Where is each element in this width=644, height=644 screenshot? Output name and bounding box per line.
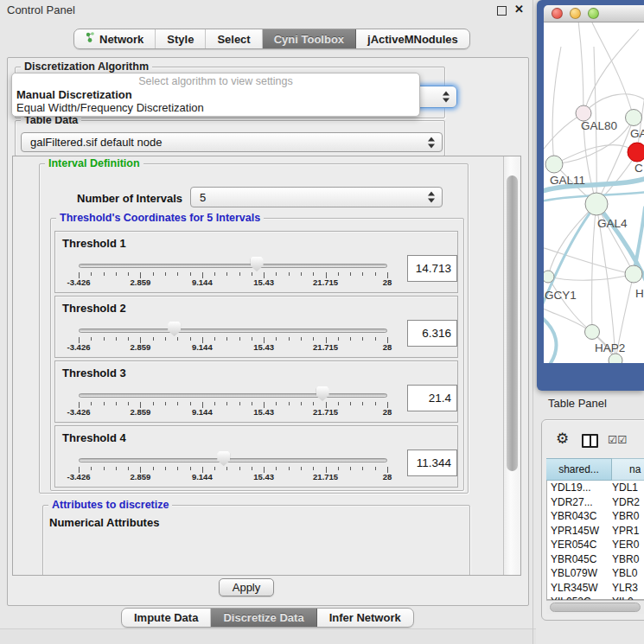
settings-scrollbar[interactable] (503, 156, 520, 575)
discretization-algorithm-group-title: Discretization Algorithm (21, 61, 152, 73)
slider-tick (338, 337, 339, 341)
table-row[interactable]: YBR043CYBR0 (546, 510, 644, 525)
slider-tick (214, 272, 215, 276)
table-row[interactable]: YLR345WYLR3 (546, 582, 644, 596)
split-columns-icon[interactable] (582, 434, 598, 448)
threshold-row-2: Threshold 2-3.4262.8599.14415.4321.71528… (54, 296, 458, 358)
slider-tick (301, 337, 302, 341)
algorithm-dropdown-popup: Select algorithm to view settings Manual… (11, 73, 420, 117)
network-edge[interactable] (548, 277, 592, 332)
node-table-body[interactable]: shared... na YDL19...YDL1YDR27...YDR2YBR… (546, 458, 644, 600)
slider-tick (350, 337, 351, 341)
network-canvas[interactable]: GAL80GACGAL11GAL4GCY1HHAP2 (544, 22, 644, 363)
cell-name: YBR0 (608, 510, 644, 525)
cell-name: YDR2 (608, 496, 644, 511)
network-edge[interactable] (592, 204, 596, 332)
slider-tick-label: -3.426 (67, 407, 91, 417)
column-header-name[interactable]: na (612, 458, 644, 481)
slider-tick (91, 402, 92, 405)
column-header-shared-name[interactable]: shared... (546, 458, 612, 481)
close-icon[interactable]: ✕ (514, 3, 524, 16)
network-node-hap2[interactable] (585, 325, 600, 340)
number-of-intervals-combobox[interactable]: 5 (190, 187, 443, 207)
network-edge[interactable] (548, 274, 634, 280)
table-row[interactable]: YBR045CYBR0 (546, 553, 644, 568)
thresholds-group: Threshold's Coordinates for 5 Intervals … (50, 218, 464, 491)
tab-network[interactable]: Network (74, 29, 156, 48)
apply-button[interactable]: Apply (219, 578, 274, 596)
algorithm-item-manual[interactable]: Manual Discretization (12, 88, 419, 101)
table-row[interactable]: YDR27...YDR2 (546, 496, 644, 511)
cell-shared-name: YLR345W (546, 582, 608, 596)
threshold-value-field[interactable]: 21.4 (407, 385, 457, 411)
table-horizontal-scrollbar[interactable] (546, 600, 644, 614)
checkbox-icons[interactable]: ☑☑ (608, 433, 627, 446)
threshold-value-field[interactable]: 14.713 (407, 255, 457, 282)
float-window-icon[interactable] (497, 6, 507, 16)
network-edge[interactable] (591, 22, 634, 118)
table-horizontal-scrollbar-thumb[interactable] (550, 603, 641, 612)
network-edge[interactable] (544, 113, 583, 152)
slider-tick-label: -3.426 (67, 342, 91, 352)
slider-tick (153, 337, 154, 341)
threshold-slider-thumb[interactable] (217, 451, 230, 466)
table-panel-title: Table Panel (548, 397, 607, 410)
number-of-intervals-value: 5 (200, 191, 206, 204)
slider-tick (338, 272, 339, 276)
threshold-slider-track[interactable] (79, 264, 387, 268)
slider-tick (375, 272, 376, 276)
network-edge[interactable] (552, 47, 561, 164)
slider-tick (350, 272, 351, 276)
minimize-traffic-light-icon[interactable] (570, 8, 581, 19)
slider-tick (190, 467, 191, 470)
network-node-gal11[interactable] (545, 156, 563, 173)
algorithm-placeholder-item[interactable]: Select algorithm to view settings (12, 75, 419, 88)
network-node-gcy1[interactable] (544, 271, 554, 283)
control-panel-title: Control Panel (7, 3, 75, 16)
table-row[interactable]: YER054CYER0 (546, 539, 644, 553)
table-row[interactable]: YDL19...YDL1 (546, 481, 644, 496)
tab-cyni-toolbox[interactable]: Cyni Toolbox (263, 29, 356, 48)
cell-shared-name: YER054C (546, 539, 608, 553)
threshold-slider-thumb[interactable] (168, 322, 181, 336)
network-node-gal4[interactable] (585, 193, 608, 215)
settings-scrollbar-thumb[interactable] (507, 175, 518, 471)
table-row[interactable]: YBL079WYBL0 (546, 567, 644, 582)
algorithm-item-equal-width[interactable]: Equal Width/Frequency Discretization (12, 101, 419, 114)
network-edge[interactable] (554, 145, 637, 164)
threshold-slider-track[interactable] (79, 393, 387, 398)
slider-tick (252, 402, 252, 405)
threshold-value-field[interactable]: 6.316 (407, 320, 457, 347)
slider-tick (153, 402, 154, 405)
tab-infer-network[interactable]: Infer Network (317, 609, 413, 627)
slider-tick (289, 337, 290, 341)
slider-tick (226, 402, 227, 405)
threshold-slider-track[interactable] (79, 458, 387, 462)
tab-jactivemnodules[interactable]: jActiveMNodules (356, 29, 469, 48)
tab-discretize-data[interactable]: Discretize Data (211, 609, 316, 627)
network-view-window[interactable]: GAL80GACGAL11GAL4GCY1HHAP2 (537, 0, 644, 391)
close-traffic-light-icon[interactable] (552, 8, 563, 19)
network-node[interactable] (609, 354, 622, 363)
network-edge[interactable] (583, 29, 639, 113)
threshold-slider-thumb[interactable] (251, 257, 264, 271)
threshold-slider-track[interactable] (79, 328, 387, 333)
tab-style[interactable]: Style (156, 29, 206, 48)
slider-tick (301, 467, 302, 470)
tab-select[interactable]: Select (206, 29, 262, 48)
network-node-h[interactable] (625, 265, 642, 283)
network-node-ga[interactable] (626, 110, 642, 126)
threshold-slider-thumb[interactable] (316, 386, 329, 401)
network-edge[interactable] (578, 22, 583, 113)
zoom-traffic-light-icon[interactable] (588, 8, 599, 19)
slider-tick (350, 467, 351, 470)
gear-icon[interactable]: ⚙ (556, 430, 569, 447)
network-node-c[interactable] (628, 143, 644, 162)
cell-name: YBL0 (608, 567, 644, 582)
cell-name: YDL1 (608, 481, 644, 496)
tab-impute-data[interactable]: Impute Data (122, 609, 211, 627)
threshold-value-field[interactable]: 11.344 (407, 450, 457, 476)
network-edge-thick[interactable] (544, 316, 556, 363)
table-data-combobox[interactable]: galFiltered.sif default node (21, 132, 443, 152)
table-row[interactable]: YPR145WYPR1 (546, 525, 644, 539)
